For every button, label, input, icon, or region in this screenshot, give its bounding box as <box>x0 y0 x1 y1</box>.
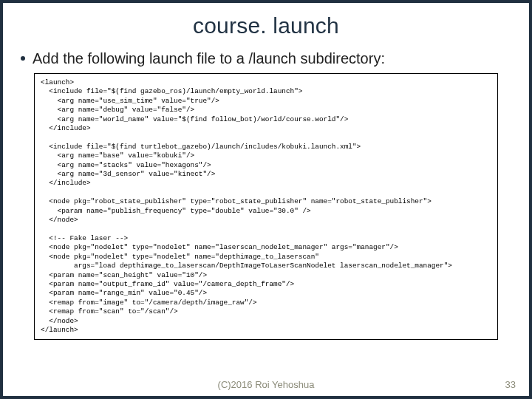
bullet-dot-icon <box>21 56 25 61</box>
bullet-line: Add the following launch file to a /laun… <box>3 38 529 73</box>
code-block: <launch> <include file="$(find gazebo_ro… <box>34 73 498 340</box>
footer-copyright: (C)2016 Roi Yehoshua <box>3 379 529 390</box>
page-number: 33 <box>505 379 516 390</box>
slide-title: course. launch <box>3 3 529 38</box>
bullet-text: Add the following launch file to a /laun… <box>33 50 385 66</box>
slide-frame: course. launch Add the following launch … <box>0 0 532 399</box>
